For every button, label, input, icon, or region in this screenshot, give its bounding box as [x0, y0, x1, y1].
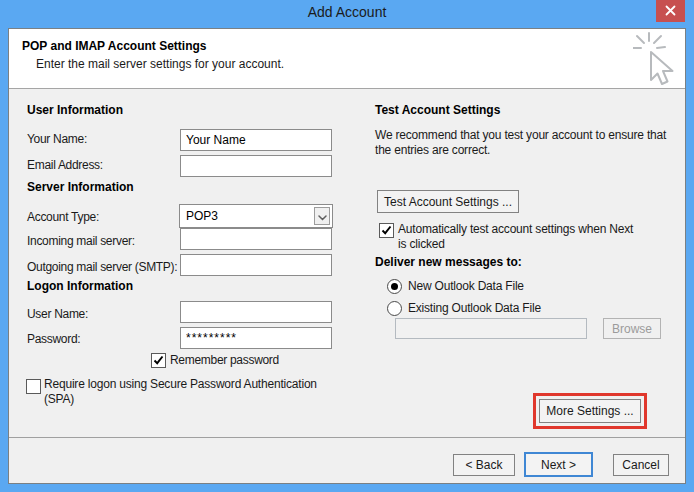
password-input[interactable] [180, 327, 332, 349]
auto-test-label-line2[interactable]: is clicked [398, 237, 445, 251]
account-type-label: Account Type: [27, 210, 99, 224]
auto-test-checkbox[interactable] [379, 223, 394, 238]
password-label: Password: [27, 332, 80, 346]
window-title: Add Account [0, 4, 694, 20]
test-account-settings-heading: Test Account Settings [375, 103, 500, 117]
outgoing-server-label: Outgoing mail server (SMTP): [27, 260, 177, 274]
test-description-line1: We recommend that you test your account … [375, 128, 666, 142]
cursor-click-icon [633, 32, 685, 90]
spa-label-line1[interactable]: Require logon using Secure Password Auth… [44, 377, 317, 391]
close-button[interactable] [656, 0, 685, 22]
close-icon [665, 2, 676, 20]
page-title: POP and IMAP Account Settings [22, 39, 206, 53]
browse-button: Browse [603, 318, 661, 339]
checkmark-icon [28, 378, 39, 396]
back-button[interactable]: < Back [453, 454, 515, 476]
spa-label-line2[interactable]: (SPA) [44, 392, 74, 406]
chevron-down-icon [318, 207, 327, 225]
cancel-button[interactable]: Cancel [613, 454, 669, 476]
existing-data-file-label[interactable]: Existing Outlook Data File [408, 301, 541, 315]
logon-information-heading: Logon Information [27, 279, 133, 293]
new-data-file-label[interactable]: New Outlook Data File [408, 279, 524, 293]
remember-password-label[interactable]: Remember password [170, 353, 279, 367]
auto-test-label-line1[interactable]: Automatically test account settings when… [398, 222, 633, 236]
test-account-settings-button[interactable]: Test Account Settings ... [377, 190, 519, 213]
incoming-server-input[interactable] [180, 228, 332, 250]
titlebar: Add Account [0, 0, 694, 28]
data-file-path-input [395, 318, 587, 339]
test-description-line2: the entries are correct. [375, 143, 490, 157]
footer-divider [9, 437, 685, 438]
spa-checkbox[interactable] [26, 379, 41, 394]
your-name-label: Your Name: [27, 132, 87, 146]
new-data-file-radio[interactable] [387, 279, 402, 294]
add-account-dialog: Add Account POP and IMAP Account Setting… [0, 0, 694, 492]
checkmark-icon [381, 222, 392, 240]
radio-dot-icon [391, 283, 398, 290]
account-type-dropdown[interactable]: POP3 [179, 204, 333, 228]
logon-user-name-label: User Name: [27, 307, 88, 321]
next-button[interactable]: Next > [524, 452, 593, 477]
email-address-label: Email Address: [27, 158, 103, 172]
your-name-input[interactable] [180, 129, 332, 151]
server-information-heading: Server Information [27, 180, 134, 194]
checkmark-icon [153, 352, 164, 370]
user-information-heading: User Information [27, 103, 123, 117]
dialog-body: POP and IMAP Account Settings Enter the … [8, 28, 686, 484]
remember-password-checkbox[interactable] [151, 353, 166, 368]
account-type-value: POP3 [186, 209, 218, 223]
logon-user-name-input[interactable] [180, 301, 332, 323]
email-address-input[interactable] [180, 155, 332, 177]
dropdown-arrow-button[interactable] [314, 207, 330, 225]
existing-data-file-radio[interactable] [387, 301, 402, 316]
more-settings-button[interactable]: More Settings ... [539, 399, 641, 423]
incoming-server-label: Incoming mail server: [27, 234, 135, 248]
wizard-header: POP and IMAP Account Settings Enter the … [9, 29, 685, 89]
page-subtitle: Enter the mail server settings for your … [36, 57, 284, 71]
outgoing-server-input[interactable] [180, 254, 332, 276]
deliver-messages-heading: Deliver new messages to: [375, 255, 522, 269]
